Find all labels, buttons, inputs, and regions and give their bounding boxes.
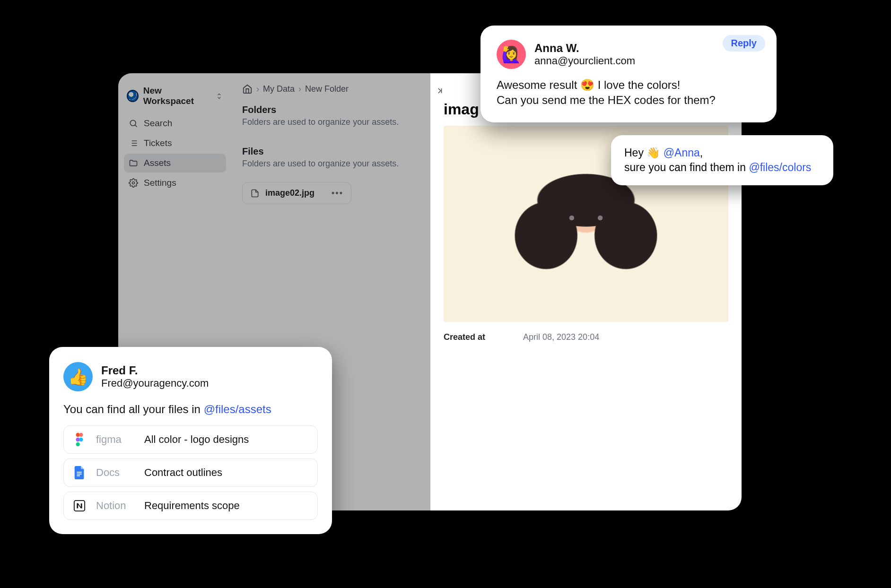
author-name: Fred F. [101, 364, 209, 377]
sidebar-item-label: Settings [144, 178, 176, 188]
svg-point-3 [79, 433, 83, 437]
chevron-sort-icon [215, 92, 223, 100]
sidebar-item-label: Search [144, 118, 172, 129]
collapse-panel-button[interactable] [433, 84, 447, 98]
chevron-collapse-icon [436, 86, 445, 95]
meta-value: April 08, 2023 20:04 [523, 332, 599, 342]
attachment-service: Docs [96, 467, 135, 479]
mention-user[interactable]: @Anna [664, 147, 700, 159]
folder-icon [129, 158, 138, 168]
google-docs-icon [72, 466, 87, 480]
sidebar-item-assets[interactable]: Assets [124, 154, 226, 173]
comment-reply: Hey 👋 @Anna, sure you can find them in @… [611, 135, 833, 185]
mention-link[interactable]: @files/assets [204, 403, 271, 415]
sidebar-item-settings[interactable]: Settings [124, 173, 226, 192]
comment-body: Awesome result 😍 I love the colors! Can … [497, 78, 760, 108]
attachment-title: Requirements scope [144, 500, 240, 512]
comment-author: 👍 Fred F. Fred@youragency.com [63, 362, 318, 391]
workspace-logo-icon [127, 90, 139, 102]
home-icon[interactable] [242, 84, 253, 94]
svg-rect-7 [77, 472, 81, 473]
mention-link[interactable]: @files/colors [749, 161, 811, 173]
reply-button[interactable]: Reply [723, 35, 765, 52]
author-name: Anna W. [534, 42, 635, 55]
more-icon[interactable]: ••• [332, 188, 343, 198]
section-subtitle: Folders are used to organize your assets… [242, 159, 420, 169]
gear-icon [129, 178, 138, 188]
file-name: image02.jpg [265, 188, 314, 198]
svg-rect-8 [77, 474, 81, 475]
breadcrumb-current[interactable]: New Folder [305, 84, 349, 94]
workspace-switcher[interactable]: New Workspacet [124, 82, 226, 113]
list-icon [129, 138, 138, 148]
comment-author: 🙋‍♀️ Anna W. anna@yourclient.com [497, 40, 760, 69]
workspace-name: New Workspacet [143, 86, 210, 106]
files-section: Files Folders are used to organize your … [242, 146, 420, 204]
author-email: anna@yourclient.com [534, 55, 635, 67]
chevron-right-icon: › [298, 84, 301, 94]
breadcrumb: › My Data › New Folder [242, 84, 420, 94]
wave-emoji-icon: 👋 [646, 146, 660, 160]
comment-card-anna: Reply 🙋‍♀️ Anna W. anna@yourclient.com A… [480, 26, 777, 122]
section-title: Files [242, 146, 420, 157]
meta-label: Created at [444, 332, 485, 342]
sidebar-item-tickets[interactable]: Tickets [124, 134, 226, 153]
svg-point-6 [76, 442, 80, 446]
attachment-title: Contract outlines [144, 467, 222, 479]
avatar: 👍 [63, 362, 93, 391]
meta-row: Created at April 08, 2023 20:04 [444, 332, 728, 342]
attachment-row[interactable]: figma All color - logo designs [63, 425, 318, 454]
heart-eyes-emoji-icon: 😍 [580, 78, 594, 93]
sidebar-item-search[interactable]: Search [124, 114, 226, 133]
file-chip[interactable]: image02.jpg ••• [242, 182, 351, 204]
svg-point-0 [130, 120, 136, 126]
sidebar-item-label: Tickets [144, 138, 172, 148]
notion-icon [72, 499, 87, 513]
author-email: Fred@youragency.com [101, 377, 209, 389]
search-icon [129, 119, 138, 128]
attachment-row[interactable]: Notion Requirements scope [63, 492, 318, 520]
attachment-service: figma [96, 433, 135, 446]
attachment-title: All color - logo designs [144, 433, 249, 446]
comment-body: You can find all your files in @files/as… [63, 402, 318, 417]
comment-card-fred: 👍 Fred F. Fred@youragency.com You can fi… [49, 347, 332, 534]
chevron-right-icon: › [256, 84, 259, 94]
attachment-service: Notion [96, 500, 135, 512]
section-title: Folders [242, 104, 420, 115]
breadcrumb-root[interactable]: My Data [263, 84, 295, 94]
folders-section: Folders Folders are used to organize you… [242, 104, 420, 127]
svg-point-5 [79, 438, 83, 441]
svg-point-1 [132, 182, 135, 184]
file-icon [250, 189, 260, 198]
avatar: 🙋‍♀️ [497, 40, 526, 69]
figma-icon [72, 432, 87, 447]
section-subtitle: Folders are used to organize your assets… [242, 117, 420, 127]
svg-rect-9 [77, 476, 80, 476]
sidebar-item-label: Assets [144, 158, 171, 168]
attachment-row[interactable]: Docs Contract outlines [63, 458, 318, 487]
